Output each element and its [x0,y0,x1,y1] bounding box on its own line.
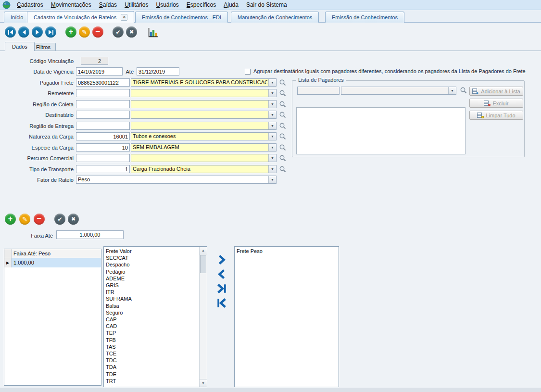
vigencia-fim-field[interactable] [137,67,179,76]
grid-column-header[interactable]: Faixa Até: Peso [12,249,101,258]
list-item[interactable]: ADEME [106,275,199,282]
dropdown-icon[interactable]: ▼ [268,165,276,173]
vigencia-inicio-field[interactable] [76,67,123,76]
assigned-components-list[interactable]: Frete Peso [234,246,339,387]
list-item[interactable]: TDE [106,371,199,378]
dropdown-icon[interactable]: ▼ [448,87,456,94]
list-item[interactable]: TCE [106,350,199,357]
faixa-ate-field[interactable] [56,230,124,239]
delete-button[interactable]: − [92,26,103,38]
available-components-list[interactable]: Frete ValorSEC/CATDespachoPedágioADEMEGR… [103,246,207,387]
list-item[interactable]: GRIS [106,282,199,289]
list-item[interactable]: SEC/CAT [106,254,199,261]
limpar-tudo-button[interactable]: Limpar Tudo [469,111,523,120]
tab-manutencao-conhecimentos[interactable]: Manutenção de Conhecimentos [231,12,319,23]
dropdown-icon[interactable]: ▼ [268,111,276,118]
list-item[interactable]: TDA [106,364,199,370]
pagador-lista-codigo-field[interactable] [297,87,340,95]
destinatario-combo[interactable]: ▼ [131,111,277,119]
list-item[interactable]: ITR [106,289,199,295]
move-all-left-button[interactable] [215,297,227,309]
tab-emissao-conhecimentos-edi[interactable]: Emissão de Conhecimentos - EDI [135,12,228,23]
percurso-combo[interactable]: ▼ [131,154,277,162]
list-item[interactable]: SUFRAMA [106,295,199,302]
chart-button[interactable] [147,26,159,38]
list-item[interactable]: Frete Peso [237,248,338,254]
menu-item-cadastros[interactable]: Cadastros [13,0,47,10]
menu-item-movimentacoes[interactable]: Movimentações [47,0,95,10]
scroll-up-icon[interactable]: ▲ [200,247,207,254]
regiao-entrega-codigo-field[interactable] [76,122,130,130]
faixa-edit-button[interactable]: ✎ [19,214,30,225]
destinatario-search-icon[interactable] [279,111,287,119]
move-right-button[interactable] [215,253,227,266]
pagador-lista-search-icon[interactable] [460,87,467,94]
list-item[interactable]: CAD [106,323,199,329]
dropdown-icon[interactable]: ▼ [268,133,276,140]
regiao-coleta-codigo-field[interactable] [76,100,130,108]
especie-search-icon[interactable] [279,144,287,152]
menu-item-especificos[interactable]: Específicos [183,0,220,10]
faixa-confirm-button[interactable]: ✔ [54,214,65,225]
regiao-coleta-search-icon[interactable] [279,101,287,108]
next-record-button[interactable] [32,26,43,38]
dropdown-icon[interactable]: ▼ [268,101,276,108]
move-left-button[interactable] [215,268,227,280]
pagadores-list[interactable] [296,107,466,154]
pagador-search-icon[interactable] [279,79,287,87]
percurso-codigo-field[interactable] [76,154,130,162]
excluir-button[interactable]: Excluir [469,99,523,108]
pagador-lista-combo[interactable]: ▼ [341,87,456,95]
confirm-button[interactable]: ✔ [113,26,124,38]
dropdown-icon[interactable]: ▼ [268,79,276,86]
regiao-entrega-combo[interactable]: ▼ [131,122,277,130]
tab-emissao-conhecimentos[interactable]: Emissão de Conhecimentos [325,12,404,23]
tab-dados[interactable]: Dados [5,42,35,51]
list-item[interactable]: Despacho [106,261,199,268]
list-item[interactable]: TRT [106,378,199,384]
first-record-button[interactable] [5,26,16,38]
natureza-codigo-field[interactable] [76,132,130,140]
scrollbar-thumb[interactable] [200,255,206,273]
faixa-add-button[interactable]: + [5,214,16,225]
list-item[interactable]: Seguro [106,309,199,316]
menu-item-usuarios[interactable]: Usuários [152,0,182,10]
destinatario-codigo-field[interactable] [76,111,130,119]
dropdown-icon[interactable]: ▼ [268,144,276,151]
list-item[interactable]: Pedágio [106,268,199,275]
tab-close-icon[interactable]: ✕ [121,14,127,21]
natureza-combo[interactable]: Tubos e conexoes ▼ [131,132,277,140]
menu-item-utilitarios[interactable]: Utilitários [121,0,152,10]
tipo-transporte-search-icon[interactable] [279,165,287,173]
adicionar-lista-button[interactable]: Adicionar à Lista [469,87,523,96]
tab-cadastro-vinculacao-rateios[interactable]: Cadastro de Vinculação de Rateios ✕ [27,11,134,23]
scroll-down-icon[interactable]: ▼ [200,379,207,387]
list-item[interactable]: Frete Valor [106,248,199,254]
list-item[interactable]: TAC [106,384,199,386]
tipo-transporte-codigo-field[interactable] [76,165,130,173]
last-record-button[interactable] [45,26,56,38]
dropdown-icon[interactable]: ▼ [268,122,276,129]
faixa-grid[interactable]: Faixa Até: Peso ▶ 1.000,00 [4,249,101,386]
vertical-scrollbar[interactable]: ▲ ▼ [199,247,207,387]
cancel-button[interactable]: ✖ [126,26,137,38]
add-button[interactable]: + [65,26,76,38]
especie-codigo-field[interactable] [76,143,130,152]
especie-combo[interactable]: SEM EMBALAGEM ▼ [131,143,277,152]
grid-cell-faixa[interactable]: 1.000,00 [12,258,101,267]
remetente-search-icon[interactable] [279,89,287,97]
menu-item-saidas[interactable]: Saídas [95,0,121,10]
remetente-codigo-field[interactable] [76,89,130,97]
dropdown-icon[interactable]: ▼ [268,89,276,97]
list-item[interactable]: TFB [106,337,199,343]
edit-button[interactable]: ✎ [79,26,90,38]
dropdown-icon[interactable]: ▼ [268,176,276,183]
natureza-search-icon[interactable] [279,133,287,140]
regiao-entrega-search-icon[interactable] [279,122,287,130]
pagador-codigo-field[interactable] [76,78,130,87]
list-item[interactable]: TAS [106,343,199,350]
list-item[interactable]: TDC [106,357,199,364]
faixa-delete-button[interactable]: − [34,214,45,225]
move-all-right-button[interactable] [215,282,227,294]
faixa-cancel-button[interactable]: ✖ [68,214,79,225]
